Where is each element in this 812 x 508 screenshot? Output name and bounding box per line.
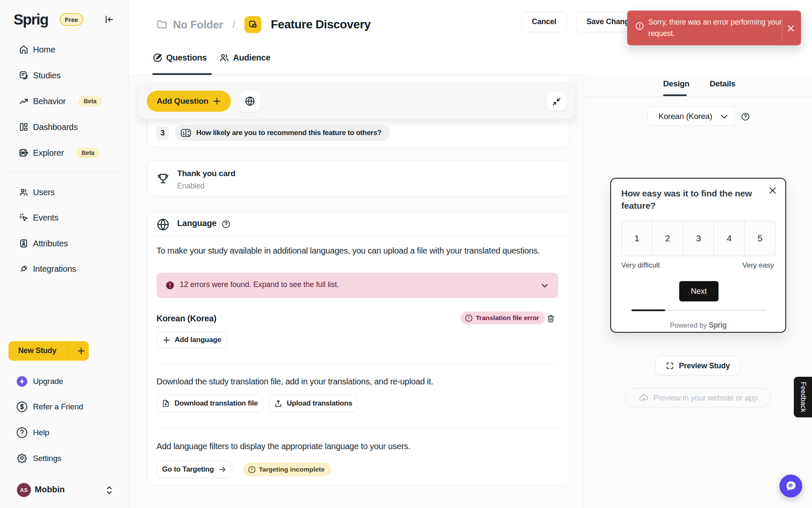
- id-card-icon: [19, 238, 29, 248]
- upload-translations-button[interactable]: Upload translations: [269, 395, 357, 412]
- breadcrumb-folder[interactable]: No Folder: [173, 18, 223, 31]
- avatar: AS: [17, 483, 31, 497]
- sidebar-item-behavior[interactable]: Behavior Beta: [0, 92, 129, 110]
- chevron-down-icon: [720, 114, 728, 120]
- language-title: Language: [177, 218, 217, 228]
- help-circle-icon[interactable]: [222, 220, 230, 229]
- cloud-upload-icon: [639, 393, 649, 403]
- account-switcher[interactable]: AS Mobbin: [0, 481, 129, 500]
- main-content: 3 145 How likely are you to recommend th…: [129, 75, 584, 508]
- rating-2[interactable]: 2: [653, 221, 683, 256]
- thank-you-card[interactable]: Thank you card Enabled: [147, 160, 569, 196]
- thank-you-status: Enabled: [177, 182, 204, 190]
- folder-icon: [156, 19, 167, 30]
- help-circle-icon: [16, 427, 27, 438]
- tab-audience[interactable]: Audience: [219, 52, 270, 63]
- sidebar-item-home[interactable]: Home: [0, 40, 129, 59]
- svg-text:1: 1: [182, 131, 185, 136]
- sidebar-item-attributes[interactable]: Attributes: [0, 234, 129, 253]
- plus-icon[interactable]: [73, 346, 89, 356]
- page-title: Feature Discovery: [271, 18, 370, 31]
- sidebar-item-studies[interactable]: Studies: [0, 66, 129, 85]
- sidebar-item-upgrade[interactable]: Upgrade: [0, 372, 129, 391]
- sidebar-item-users[interactable]: Users: [0, 183, 129, 202]
- toast-message: Sorry, there was an error performing you…: [648, 17, 785, 39]
- tab-details[interactable]: Details: [710, 79, 735, 88]
- chevron-down-icon[interactable]: [540, 282, 549, 290]
- question-toolbar: Add Question: [138, 82, 575, 119]
- sidebar-item-settings[interactable]: Settings: [0, 449, 129, 468]
- language-select[interactable]: Korean (Korea): [647, 107, 736, 126]
- file-download-icon: [162, 399, 170, 408]
- sidebar: Sprig Free Home Studies Behavior Beta Da…: [0, 0, 129, 508]
- new-study-button[interactable]: New Study: [8, 341, 89, 361]
- sidebar-item-integrations[interactable]: Integrations: [0, 260, 129, 278]
- compose-icon: [152, 52, 163, 63]
- rating-5[interactable]: 5: [745, 221, 776, 256]
- help-circle-icon[interactable]: [741, 112, 750, 121]
- collapse-questions-button[interactable]: [547, 92, 566, 111]
- plus-icon: [162, 336, 170, 344]
- studies-icon: [19, 70, 29, 80]
- upgrade-icon: [16, 376, 27, 387]
- alert-circle-icon: [248, 466, 256, 474]
- active-tab-underline: [663, 94, 687, 96]
- sidebar-item-refer-a-friend[interactable]: Refer a Friend: [0, 398, 129, 416]
- svg-text:5: 5: [187, 133, 189, 137]
- progress-fill: [631, 309, 665, 311]
- audience-icon: [219, 52, 230, 63]
- progress-bar: [631, 309, 766, 311]
- chat-fab[interactable]: [779, 475, 802, 497]
- survey-question: How easy was it to find the new feature?: [621, 187, 761, 212]
- chat-bubble-icon: [784, 479, 798, 493]
- globe-icon: [244, 96, 255, 107]
- sidebar-item-dashboards[interactable]: Dashboards: [0, 118, 129, 136]
- targeting-incomplete-pill: Targeting incomplete: [243, 463, 331, 476]
- close-icon[interactable]: [768, 186, 777, 195]
- gear-icon: [17, 453, 27, 463]
- tab-design[interactable]: Design: [663, 79, 689, 88]
- study-type-icon: [244, 16, 261, 33]
- toast-close-icon[interactable]: [786, 24, 796, 33]
- account-name: Mobbin: [35, 485, 65, 494]
- sidebar-collapse-icon[interactable]: [103, 14, 115, 25]
- language-name: Korean (Korea): [156, 314, 217, 323]
- sidebar-item-events[interactable]: Events: [0, 208, 129, 227]
- preview-in-website-button[interactable]: Preview in your website or app: [625, 388, 771, 407]
- language-globe-button[interactable]: [239, 91, 261, 112]
- sidebar-item-help[interactable]: Help: [0, 423, 129, 442]
- design-panel: Design Details Korean (Korea) How easy w…: [584, 75, 812, 508]
- dashboards-icon: [19, 122, 29, 132]
- users-icon: [19, 187, 29, 197]
- translation-error-pill: Translation file error: [461, 312, 545, 324]
- home-icon: [19, 44, 29, 55]
- language-card: Language To make your study available in…: [147, 212, 569, 485]
- tab-questions[interactable]: Questions: [152, 52, 207, 63]
- sidebar-item-explorer[interactable]: Explorer Beta: [0, 144, 129, 162]
- error-banner[interactable]: 12 errors were found. Expand to see the …: [156, 273, 558, 298]
- plan-badge: Free: [60, 13, 83, 26]
- plug-icon: [19, 264, 29, 274]
- rating-4[interactable]: 4: [714, 221, 745, 256]
- beta-badge: Beta: [76, 148, 100, 158]
- next-button[interactable]: Next: [679, 281, 719, 301]
- upload-icon: [274, 399, 283, 408]
- download-translation-button[interactable]: Download translation file: [156, 395, 263, 412]
- download-description: Download the study translation file, add…: [156, 377, 433, 387]
- cancel-button[interactable]: Cancel: [521, 11, 567, 32]
- collapse-icon: [552, 97, 561, 106]
- chevron-updown-icon[interactable]: [106, 486, 113, 495]
- go-to-targeting-button[interactable]: Go to Targeting: [156, 461, 232, 478]
- plus-icon: [213, 97, 221, 105]
- language-description: To make your study available in addition…: [156, 246, 540, 256]
- add-question-button[interactable]: Add Question: [147, 91, 231, 112]
- preview-study-button[interactable]: Preview Study: [656, 356, 740, 375]
- trending-up-icon: [19, 96, 29, 106]
- feedback-tab[interactable]: Feedback: [794, 377, 812, 417]
- question-row[interactable]: 3 145 How likely are you to recommend th…: [156, 125, 390, 141]
- rating-1[interactable]: 1: [621, 221, 653, 256]
- beta-badge: Beta: [78, 96, 102, 107]
- rating-3[interactable]: 3: [683, 221, 714, 256]
- add-language-button[interactable]: Add language: [156, 331, 227, 348]
- delete-language-button[interactable]: [544, 312, 557, 325]
